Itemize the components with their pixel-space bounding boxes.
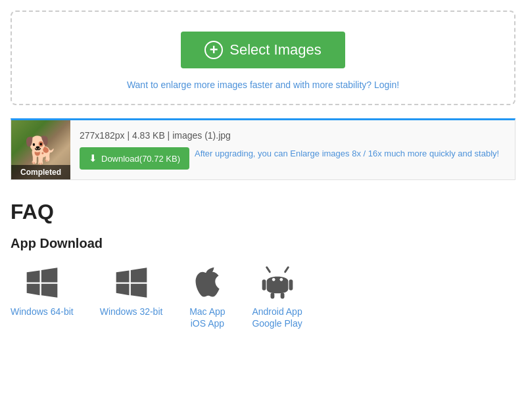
android-links: Android App Google Play	[252, 306, 302, 329]
faq-section: FAQ App Download Windows 64-bit	[11, 200, 515, 329]
mac-app-link[interactable]: Mac App	[189, 306, 225, 317]
android-app-link[interactable]: Android App	[252, 306, 302, 317]
svg-line-1	[285, 268, 288, 272]
app-icons-container: Windows 64-bit Windows 32-bit	[11, 264, 515, 329]
svg-rect-3	[289, 279, 293, 290]
faq-heading: FAQ	[11, 200, 515, 224]
app-item-windows32: Windows 32-bit	[100, 264, 163, 317]
windows64-icon	[24, 264, 60, 301]
select-images-button[interactable]: + Select Images	[181, 32, 345, 68]
ios-app-link[interactable]: iOS App	[191, 318, 224, 329]
thumbnail-box: Completed	[11, 120, 70, 179]
svg-point-7	[279, 278, 283, 281]
download-button[interactable]: ⬇ Download(70.72 KB)	[80, 147, 189, 170]
windows64-link[interactable]: Windows 64-bit	[11, 306, 74, 317]
windows64-links: Windows 64-bit	[11, 306, 74, 317]
windows32-link[interactable]: Windows 32-bit	[100, 306, 163, 317]
windows32-icon	[113, 264, 150, 301]
result-section: Completed 277x182px | 4.83 KB | images (…	[11, 118, 515, 180]
result-actions: ⬇ Download(70.72 KB) After upgrading, yo…	[80, 147, 506, 170]
upgrade-message: After upgrading, you can Enlarge images …	[195, 147, 499, 160]
result-info: 277x182px | 4.83 KB | images (1).jpg ⬇ D…	[70, 120, 515, 179]
windows32-links: Windows 32-bit	[100, 306, 163, 317]
file-meta: 277x182px | 4.83 KB | images (1).jpg	[80, 130, 506, 141]
upload-area: + Select Images Want to enlarge more ima…	[11, 11, 515, 105]
google-play-link[interactable]: Google Play	[252, 318, 302, 329]
login-prompt[interactable]: Want to enlarge more images faster and w…	[127, 80, 399, 90]
svg-rect-4	[270, 292, 274, 298]
android-icon	[259, 264, 296, 301]
app-download-heading: App Download	[11, 236, 515, 251]
svg-rect-5	[280, 292, 284, 298]
apple-icon	[189, 264, 226, 301]
mac-links: Mac App iOS App	[189, 306, 225, 329]
svg-point-6	[272, 278, 275, 281]
plus-circle-icon: +	[204, 41, 223, 59]
result-row: Completed 277x182px | 4.83 KB | images (…	[11, 118, 515, 180]
download-label: Download(70.72 KB)	[101, 154, 180, 164]
app-item-mac: Mac App iOS App	[189, 264, 226, 329]
app-download: App Download Windows 64-bit	[11, 236, 515, 329]
svg-line-0	[266, 268, 270, 272]
svg-rect-2	[262, 279, 266, 290]
app-item-windows64: Windows 64-bit	[11, 264, 74, 317]
app-item-android: Android App Google Play	[252, 264, 302, 329]
completed-label: Completed	[11, 165, 70, 179]
download-icon: ⬇	[89, 152, 97, 164]
select-images-label: Select Images	[229, 41, 321, 58]
